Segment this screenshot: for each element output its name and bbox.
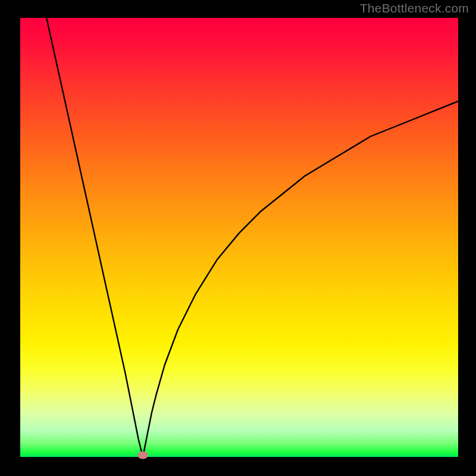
minimum-marker: [137, 452, 148, 459]
bottleneck-curve: [20, 18, 458, 457]
chart-container: TheBottleneck.com: [0, 0, 476, 476]
plot-area: [20, 18, 458, 457]
watermark-text: TheBottleneck.com: [360, 1, 469, 15]
